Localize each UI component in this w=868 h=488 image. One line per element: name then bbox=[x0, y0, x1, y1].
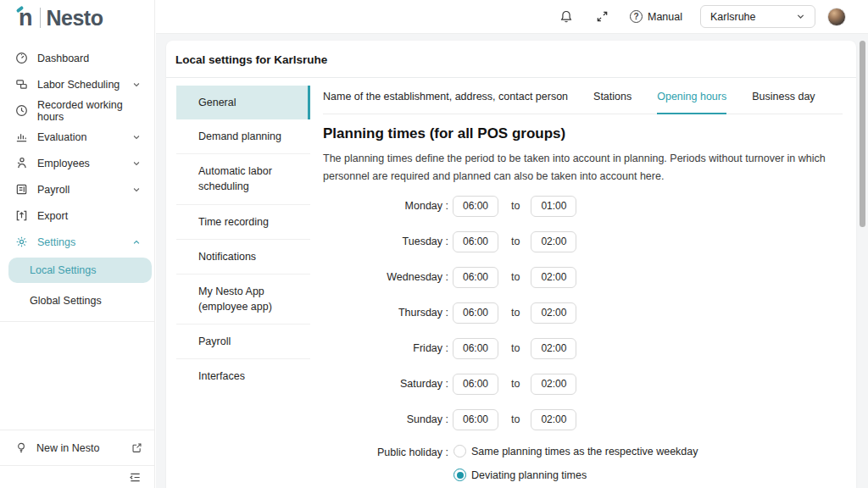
sidebar-subitem-label: Local Settings bbox=[30, 264, 97, 276]
fullscreen-expand-icon[interactable] bbox=[596, 10, 609, 23]
bar-chart-icon bbox=[15, 130, 28, 143]
manual-help-button[interactable]: ? Manual bbox=[630, 10, 682, 23]
nav-item-label: Notifications bbox=[198, 251, 256, 263]
sidebar-item-evaluation[interactable]: Evaluation bbox=[0, 124, 154, 150]
public-holiday-row: Public holiday : Same planning times as … bbox=[323, 445, 843, 488]
friday-start-input[interactable] bbox=[453, 338, 498, 359]
sidebar: n Nesto Dashboard Labor Scheduling bbox=[0, 0, 155, 488]
sidebar-item-labor-scheduling[interactable]: Labor Scheduling bbox=[0, 71, 154, 97]
to-label: to bbox=[511, 307, 520, 319]
sidebar-item-label: Recorded working hours bbox=[37, 99, 141, 123]
day-row-friday: Friday : to bbox=[323, 330, 843, 366]
radio-same-planning-times[interactable]: Same planning times as the respective we… bbox=[453, 445, 698, 458]
saturday-end-input[interactable] bbox=[531, 374, 576, 395]
logo-wordmark: Nesto bbox=[47, 6, 103, 30]
sidebar-collapse-bar bbox=[0, 465, 154, 488]
chevron-down-icon bbox=[796, 12, 805, 21]
settings-nav-my-nesto-app[interactable]: My Nesto App (employee app) bbox=[176, 274, 310, 324]
nav-item-label: Payroll bbox=[198, 336, 231, 347]
monday-start-input[interactable] bbox=[453, 196, 498, 217]
settings-card: Local settings for Karlsruhe General Dem… bbox=[166, 41, 856, 488]
nav-item-label: Demand planning bbox=[198, 130, 281, 142]
logo-n-glyph: n bbox=[19, 7, 33, 30]
sidebar-divider bbox=[0, 321, 154, 322]
tab-name-address-contact[interactable]: Name of the establishment, address, cont… bbox=[323, 78, 568, 114]
settings-nav-general[interactable]: General bbox=[176, 86, 310, 119]
sunday-end-input[interactable] bbox=[531, 409, 576, 430]
sidebar-item-global-settings[interactable]: Global Settings bbox=[0, 288, 154, 313]
sidebar-item-dashboard[interactable]: Dashboard bbox=[0, 45, 154, 71]
sidebar-nav: Dashboard Labor Scheduling Recorded work… bbox=[0, 36, 154, 322]
day-row-monday: Monday : to bbox=[323, 188, 843, 224]
tab-opening-hours[interactable]: Opening hours bbox=[657, 78, 726, 114]
sidebar-item-local-settings[interactable]: Local Settings bbox=[8, 258, 152, 283]
tuesday-start-input[interactable] bbox=[453, 231, 498, 252]
nav-item-label: General bbox=[198, 97, 236, 108]
main-region: ? Manual Karlsruhe Local settings for Ka… bbox=[156, 0, 868, 488]
nav-item-label: Time recording bbox=[198, 216, 269, 228]
sidebar-footer: New in Nesto bbox=[0, 430, 154, 488]
sidebar-item-label: Payroll bbox=[37, 184, 70, 196]
day-label: Thursday : bbox=[323, 307, 448, 319]
to-label: to bbox=[511, 378, 520, 390]
public-holiday-options: Same planning times as the respective we… bbox=[453, 445, 698, 488]
new-in-nesto-link[interactable]: New in Nesto bbox=[0, 430, 154, 465]
lightbulb-icon bbox=[15, 441, 27, 454]
settings-pane: Name of the establishment, address, cont… bbox=[310, 78, 856, 488]
chevron-up-icon bbox=[132, 238, 141, 247]
nav-item-label: Interfaces bbox=[198, 370, 245, 382]
person-icon bbox=[15, 157, 28, 169]
sidebar-item-label: Employees bbox=[37, 158, 90, 169]
sidebar-item-label: Settings bbox=[37, 236, 75, 248]
to-label: to bbox=[511, 236, 520, 247]
tuesday-end-input[interactable] bbox=[531, 231, 576, 252]
sidebar-item-employees[interactable]: Employees bbox=[0, 150, 154, 176]
sidebar-subitem-label: Global Settings bbox=[30, 295, 102, 307]
day-label: Saturday : bbox=[323, 378, 448, 390]
day-row-tuesday: Tuesday : to bbox=[323, 224, 843, 259]
sidebar-item-label: Labor Scheduling bbox=[37, 79, 120, 91]
sidebar-item-export[interactable]: Export bbox=[0, 202, 154, 229]
thursday-start-input[interactable] bbox=[453, 302, 498, 324]
location-select-value: Karlsruhe bbox=[710, 11, 756, 23]
saturday-start-input[interactable] bbox=[453, 374, 498, 395]
radio-deviating-planning-times[interactable]: Deviating planning times bbox=[453, 469, 698, 481]
sidebar-item-recorded-working-hours[interactable]: Recorded working hours bbox=[0, 97, 154, 124]
location-select[interactable]: Karlsruhe bbox=[700, 5, 815, 28]
tab-stations[interactable]: Stations bbox=[593, 78, 632, 114]
clock-icon bbox=[15, 104, 28, 117]
wednesday-start-input[interactable] bbox=[453, 267, 498, 288]
external-link-icon bbox=[131, 442, 142, 453]
settings-nav-time-recording[interactable]: Time recording bbox=[176, 205, 310, 240]
wednesday-end-input[interactable] bbox=[531, 267, 576, 288]
sidebar-item-payroll[interactable]: Payroll bbox=[0, 176, 154, 202]
settings-nav-payroll[interactable]: Payroll bbox=[176, 324, 310, 359]
settings-nav-demand-planning[interactable]: Demand planning bbox=[176, 119, 310, 154]
to-label: to bbox=[511, 342, 520, 354]
friday-end-input[interactable] bbox=[531, 338, 576, 359]
public-holiday-label: Public holiday : bbox=[323, 445, 448, 488]
manual-label: Manual bbox=[648, 11, 682, 23]
sidebar-item-label: Dashboard bbox=[37, 53, 89, 64]
sidebar-item-label: Export bbox=[37, 210, 68, 222]
sunday-start-input[interactable] bbox=[453, 409, 498, 430]
tab-business-day[interactable]: Business day bbox=[752, 78, 815, 114]
user-avatar[interactable] bbox=[827, 8, 846, 26]
notifications-bell-icon[interactable] bbox=[559, 9, 573, 24]
thursday-end-input[interactable] bbox=[531, 302, 576, 324]
collapse-sidebar-icon[interactable] bbox=[129, 471, 142, 484]
settings-nav-automatic-labor-scheduling[interactable]: Automatic labor scheduling bbox=[176, 154, 310, 204]
chevron-down-icon bbox=[132, 133, 141, 141]
sidebar-item-settings[interactable]: Settings bbox=[0, 229, 154, 255]
monday-end-input[interactable] bbox=[531, 196, 576, 217]
new-in-nesto-label: New in Nesto bbox=[36, 442, 99, 454]
day-label: Monday : bbox=[323, 200, 448, 212]
day-label: Friday : bbox=[323, 342, 448, 354]
page-title: Local settings for Karlsruhe bbox=[166, 41, 856, 78]
settings-nav-interfaces[interactable]: Interfaces bbox=[176, 359, 310, 393]
vertical-scrollbar-thumb[interactable] bbox=[860, 41, 865, 227]
payroll-document-icon bbox=[15, 183, 28, 196]
export-icon bbox=[15, 209, 28, 222]
settings-nav-notifications[interactable]: Notifications bbox=[176, 240, 310, 274]
nesto-logo[interactable]: n Nesto bbox=[0, 0, 154, 36]
